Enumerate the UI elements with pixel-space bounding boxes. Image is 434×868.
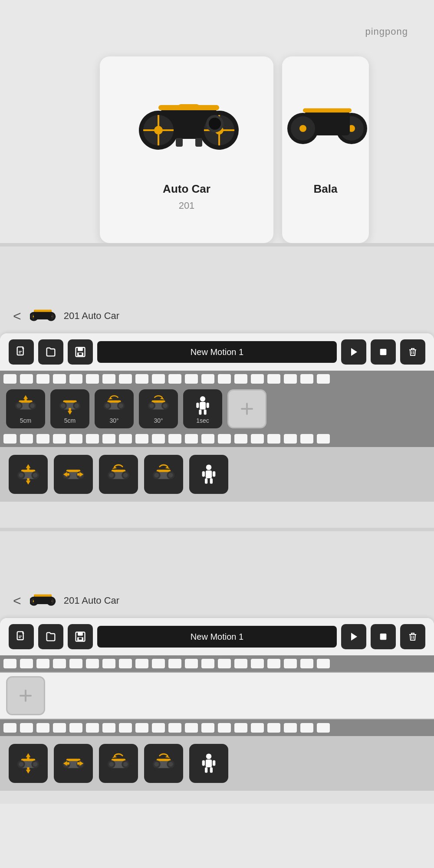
section-divider-1 (0, 243, 434, 247)
motion-tile-3[interactable]: 30° (95, 389, 134, 428)
perf (152, 723, 165, 733)
perf (267, 434, 280, 444)
motion-spacer-2 (0, 531, 434, 583)
perf (152, 659, 165, 668)
perf (251, 659, 264, 668)
motion-editor-section-2: < 201 Auto Car (0, 531, 434, 804)
perf (267, 723, 280, 733)
robot-card-partial[interactable]: Bala (282, 56, 369, 243)
perf (201, 723, 214, 733)
svg-rect-68 (151, 401, 165, 403)
svg-rect-182 (213, 760, 215, 766)
svg-rect-16 (195, 138, 202, 147)
play-button-2[interactable] (341, 624, 366, 649)
add-motion-tile-1[interactable] (227, 389, 266, 428)
svg-rect-131 (19, 636, 22, 637)
action-tile-move-fb-2[interactable] (54, 744, 93, 783)
action-panel-1 (0, 447, 434, 502)
perf (251, 374, 264, 384)
perf (86, 374, 99, 384)
svg-rect-134 (78, 632, 83, 636)
open-button-1[interactable] (38, 339, 63, 365)
open-button-2[interactable] (38, 624, 63, 649)
svg-rect-129 (34, 595, 52, 597)
perf (168, 659, 181, 668)
svg-rect-37 (78, 348, 83, 351)
perf (20, 723, 33, 733)
back-button-1[interactable]: < (13, 308, 21, 324)
delete-button-2[interactable] (400, 624, 425, 649)
perf (218, 659, 231, 668)
perf (53, 374, 66, 384)
svg-point-55 (61, 404, 65, 408)
perf (185, 659, 198, 668)
stop-button-2[interactable] (371, 624, 396, 649)
svg-marker-58 (68, 411, 72, 415)
svg-rect-31 (34, 311, 52, 320)
svg-point-105 (109, 473, 114, 477)
svg-rect-99 (67, 473, 69, 475)
save-button-2[interactable] (68, 624, 93, 649)
perf (300, 659, 313, 668)
action-tile-person-1[interactable] (189, 455, 228, 494)
perf (251, 434, 264, 444)
svg-rect-76 (199, 409, 201, 414)
delete-button-1[interactable] (400, 339, 425, 365)
robot-name-partial: Bala (314, 182, 338, 196)
robot-card-autocar[interactable]: Auto Car 201 (100, 56, 273, 243)
svg-rect-101 (77, 473, 79, 475)
action-tile-person-2[interactable] (189, 744, 228, 783)
perf (234, 434, 247, 444)
action-tile-rotate-left-2[interactable] (99, 744, 138, 783)
perf (152, 434, 165, 444)
new-button-2[interactable] (9, 624, 34, 649)
perf (234, 723, 247, 733)
motion-tile-5[interactable]: 1sec (183, 389, 222, 428)
action-tile-rotate-left-1[interactable] (99, 455, 138, 494)
action-tile-move-updown-1[interactable] (9, 455, 48, 494)
perf (69, 723, 82, 733)
save-button-1[interactable] (68, 339, 93, 365)
stop-button-1[interactable] (371, 339, 396, 365)
perf (69, 434, 82, 444)
perf (119, 723, 132, 733)
robot-thumb-2 (30, 590, 56, 612)
svg-point-173 (154, 762, 159, 766)
back-button-2[interactable]: < (13, 593, 21, 609)
svg-rect-77 (204, 409, 207, 414)
perf (135, 434, 148, 444)
svg-rect-24 (303, 108, 352, 113)
svg-point-49 (30, 404, 34, 408)
svg-rect-181 (202, 760, 205, 766)
svg-rect-35 (19, 352, 21, 353)
perf (185, 434, 198, 444)
action-tile-move-fb-1[interactable] (54, 455, 93, 494)
action-tile-rotate-right-2[interactable] (144, 744, 183, 783)
new-button-1[interactable] (9, 339, 34, 365)
svg-marker-115 (165, 467, 170, 469)
motion-tile-4[interactable]: 30° (139, 389, 178, 428)
perf (102, 374, 115, 384)
action-tile-rotate-right-1[interactable] (144, 455, 183, 494)
motion-tile-label-3: 30° (109, 417, 118, 424)
perf (53, 723, 66, 733)
svg-rect-180 (210, 767, 213, 773)
svg-rect-120 (202, 471, 205, 477)
motion-header-1: < 201 Auto Car (0, 299, 434, 333)
svg-rect-119 (210, 478, 213, 484)
svg-marker-88 (26, 464, 31, 468)
motion-tile-2[interactable]: 5cm (50, 389, 89, 428)
perf (218, 374, 231, 384)
perf (3, 374, 16, 384)
perf (36, 434, 49, 444)
play-button-1[interactable] (341, 339, 366, 365)
motion-name-display-2: New Motion 1 (97, 626, 337, 648)
perf (119, 434, 132, 444)
action-tile-move-updown-2[interactable] (9, 744, 48, 783)
add-motion-tile-2[interactable] (6, 676, 45, 715)
perf (3, 659, 16, 668)
motion-tile-1[interactable]: 5cm (6, 389, 45, 428)
motion-panel-2: New Motion 1 (0, 618, 434, 791)
svg-point-87 (33, 473, 38, 477)
perf (86, 723, 99, 733)
